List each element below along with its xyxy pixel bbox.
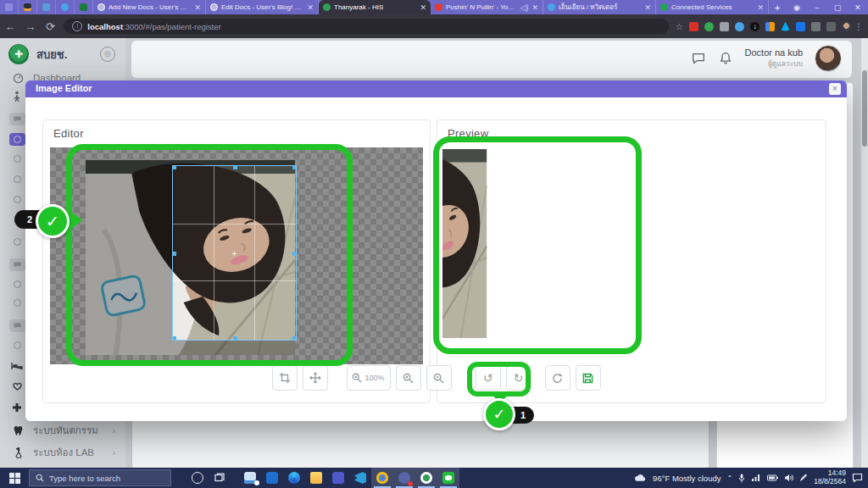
tab-twitter[interactable]: เอ็นเอียน / ทวิตเตอร์ ✕: [543, 0, 656, 14]
url-input[interactable]: i localhost:3000/#/pas/patient-register: [64, 19, 669, 34]
taskbar-app-his[interactable]: [415, 468, 437, 488]
taskbar-app-discord[interactable]: [393, 468, 415, 488]
sidebar-icon-radio[interactable]: [8, 155, 26, 163]
action-center-icon[interactable]: [852, 473, 863, 483]
sidebar-icon-radio[interactable]: [8, 280, 26, 288]
sidebar-icon-bed[interactable]: [8, 362, 26, 370]
sidebar-icon-care-hands[interactable]: [8, 382, 26, 392]
tab-close-icon[interactable]: ✕: [644, 3, 651, 12]
tab-wordpress-add[interactable]: Add New Docs - User's Blog! — ✕: [93, 0, 206, 14]
maximize-button[interactable]: ▢: [827, 3, 848, 12]
zoom-out-button[interactable]: [426, 365, 452, 391]
profile-avatar[interactable]: [842, 22, 851, 31]
modal-close-icon[interactable]: ×: [829, 83, 841, 95]
forward-icon[interactable]: →: [20, 20, 41, 33]
sidebar-icon-chat-tile[interactable]: [8, 258, 26, 271]
sidebar-icon-radio[interactable]: [8, 238, 26, 246]
sidebar-item-lab[interactable]: ระบบห้อง LAB ›: [0, 443, 125, 462]
extension-icon[interactable]: [765, 22, 775, 31]
tab-audio-icon[interactable]: ◁): [520, 3, 529, 12]
taskbar-app-line[interactable]: [437, 468, 459, 488]
close-window-button[interactable]: ✕: [848, 3, 868, 12]
page-scrollbar[interactable]: [861, 38, 868, 468]
taskbar-app-vscode[interactable]: [349, 468, 371, 488]
tab-close-icon[interactable]: ✕: [307, 3, 314, 12]
site-info-icon[interactable]: i: [72, 21, 82, 31]
extension-icon[interactable]: [720, 22, 729, 31]
cortana-button[interactable]: [186, 468, 209, 488]
back-icon[interactable]: ←: [0, 20, 20, 33]
taskbar-app-mail[interactable]: [239, 468, 261, 488]
minimize-button[interactable]: –: [807, 3, 827, 12]
extension-icon[interactable]: [781, 22, 790, 31]
sidebar-icon-chat-tile[interactable]: [8, 113, 26, 125]
pinned-tab[interactable]: [37, 0, 56, 14]
speaker-icon[interactable]: [784, 474, 793, 482]
sidebar-icon-chat-tile[interactable]: [8, 319, 26, 332]
sidebar-icon-medical-cross[interactable]: [8, 402, 26, 413]
pinned-tab[interactable]: [75, 0, 93, 14]
tab-close-icon[interactable]: ✕: [531, 3, 538, 12]
reading-list-icon[interactable]: [826, 22, 836, 31]
reload-icon[interactable]: ⟳: [41, 20, 61, 33]
new-tab-button[interactable]: +: [769, 0, 786, 14]
taskbar-clock[interactable]: 14:49 18/8/2564: [814, 469, 846, 486]
network-icon[interactable]: [751, 474, 761, 482]
taskbar-search-input[interactable]: Type here to search: [29, 469, 171, 486]
tab-close-icon[interactable]: ✕: [757, 3, 764, 12]
bookmark-star-icon[interactable]: ☆: [676, 22, 683, 31]
microphone-icon[interactable]: [738, 474, 745, 483]
save-button[interactable]: [576, 365, 601, 391]
user-info[interactable]: Doctor na kub ผู้ดูแลระบบ: [745, 47, 803, 69]
bell-icon[interactable]: [718, 51, 733, 66]
pinned-tab[interactable]: [56, 0, 75, 14]
sidebar-icon-radio[interactable]: [8, 341, 26, 349]
battery-icon[interactable]: [767, 474, 778, 481]
tab-close-icon[interactable]: ✕: [420, 3, 426, 12]
pinned-tab[interactable]: [0, 0, 19, 14]
extension-icon[interactable]: [796, 22, 805, 31]
tab-connected-services[interactable]: Connected Services ✕: [656, 0, 769, 14]
extension-icon[interactable]: [704, 22, 714, 31]
search-placeholder: Type here to search: [49, 474, 120, 483]
taskbar-app-explorer[interactable]: [305, 468, 327, 488]
taskbar-app-chrome-active[interactable]: [371, 468, 393, 488]
chevron-right-icon: ›: [113, 426, 115, 435]
sidebar-icon-radio[interactable]: [8, 299, 26, 307]
user-avatar[interactable]: [815, 45, 842, 72]
crop-button[interactable]: [272, 365, 298, 391]
sidebar-item-dental[interactable]: ระบบทันตกรรม ›: [0, 421, 125, 440]
lab-flask-icon: [11, 446, 25, 460]
chat-icon[interactable]: [691, 51, 706, 66]
task-view-button[interactable]: [209, 468, 231, 488]
start-button[interactable]: [0, 473, 29, 484]
browser-menu-icon[interactable]: ⋮: [854, 22, 863, 31]
reset-button[interactable]: [545, 365, 570, 391]
connected-services-icon: [660, 3, 668, 11]
weather-text[interactable]: 96°F Mostly cloudy: [653, 474, 721, 483]
taskbar-app-teams[interactable]: [327, 468, 349, 488]
tray-expand-icon[interactable]: ⌃: [726, 474, 732, 482]
scrollbar-thumb[interactable]: [862, 70, 867, 147]
sidebar-collapse-icon[interactable]: ◎: [100, 47, 115, 62]
sidebar-icon-active-tile[interactable]: [8, 133, 26, 146]
move-button[interactable]: [303, 365, 328, 391]
sidebar-icon-radio[interactable]: [8, 196, 26, 203]
pinned-tab[interactable]: [19, 0, 37, 14]
tab-youtube[interactable]: Pushin' N Pullin' - YouTube ◁) ✕: [431, 0, 543, 14]
extensions-puzzle-icon[interactable]: [811, 22, 821, 31]
taskbar-app-photos[interactable]: [261, 468, 283, 488]
extension-icon[interactable]: [689, 22, 698, 31]
browser-settings-icon[interactable]: ◉: [787, 3, 807, 12]
zoom-level-button[interactable]: 100%: [347, 365, 391, 391]
extension-icon[interactable]: [735, 22, 744, 31]
pen-icon[interactable]: [799, 474, 808, 482]
tab-thanyarak-his-active[interactable]: Thanyarak - HIS ✕: [319, 0, 431, 14]
sidebar-icon-radio[interactable]: [8, 175, 26, 183]
tab-close-icon[interactable]: ✕: [194, 3, 201, 12]
download-manager-icon[interactable]: ↓: [750, 22, 760, 31]
taskbar-app-edge[interactable]: [283, 468, 305, 488]
tab-wordpress-edit[interactable]: Edit Docs - User's Blog! — Word ✕: [206, 0, 319, 14]
sidebar-icon-person[interactable]: [8, 91, 26, 103]
zoom-in-button[interactable]: [396, 365, 421, 391]
